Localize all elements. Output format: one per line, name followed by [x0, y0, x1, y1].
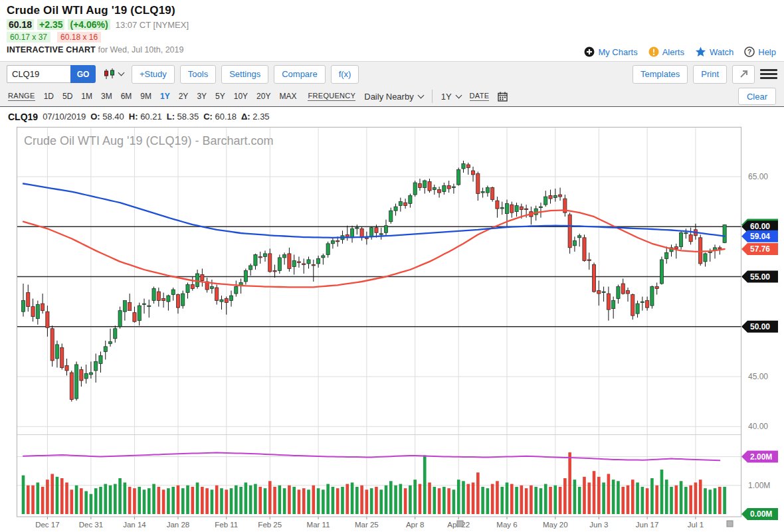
calendar-icon	[498, 92, 508, 102]
expand-chart-button[interactable]	[732, 65, 755, 84]
header-links: My ChartsAlertsWatch?Help	[584, 46, 776, 57]
svg-text:Jun 3: Jun 3	[589, 521, 608, 529]
svg-text:45.00: 45.00	[748, 372, 768, 381]
frequency-label: FREQUENCY	[308, 92, 355, 101]
candlestick-type-icon	[104, 68, 117, 80]
range-item-5y[interactable]: 5Y	[215, 92, 225, 101]
range-item-2y[interactable]: 2Y	[179, 92, 189, 101]
chart-toolbar: GO +StudyToolsSettingsComparef(x) Templa…	[0, 62, 784, 107]
svg-text:Jan 28: Jan 28	[167, 521, 190, 529]
plus-circle-icon	[584, 46, 595, 57]
svg-text:Mar 25: Mar 25	[355, 521, 379, 529]
svg-text:Feb 25: Feb 25	[258, 521, 282, 529]
chart-watermark: Crude Oil WTI Aug '19 (CLQ19) - Barchart…	[24, 134, 274, 147]
interactive-chart[interactable]: Crude Oil WTI Aug '19 (CLQ19) - Barchart…	[0, 126, 784, 531]
templates-button[interactable]: Templates	[633, 65, 688, 84]
toolbar-row-main: GO +StudyToolsSettingsComparef(x) Templa…	[0, 62, 784, 86]
frequency-dropdown[interactable]: Daily Nearby	[364, 92, 423, 102]
symbol-input[interactable]	[7, 65, 70, 83]
quote-row: 60.18 +2.35 (+4.06%) 13:07 CT [NYMEX]	[7, 19, 777, 30]
svg-text:Apr 8: Apr 8	[406, 521, 425, 529]
ask-value: 60.18 x 16	[57, 32, 101, 43]
star-icon	[695, 46, 706, 57]
svg-text:59.04: 59.04	[750, 232, 770, 241]
svg-text:Feb 11: Feb 11	[215, 521, 238, 529]
range-item-1y[interactable]: 1Y	[160, 92, 170, 101]
toolbar-row-range: RANGE 1D5D1M3M6M9M1Y2Y3Y5Y10Y20YMAX FREQ…	[0, 86, 784, 106]
grid-lines	[17, 128, 741, 517]
header-link-alerts[interactable]: Alerts	[648, 46, 684, 57]
range-item-5d[interactable]: 5D	[62, 92, 72, 101]
range-item-1m[interactable]: 1M	[81, 92, 92, 101]
period-value: 1Y	[441, 92, 452, 102]
svg-text:60.00: 60.00	[750, 222, 770, 231]
svg-text:2.00M: 2.00M	[750, 452, 772, 462]
chevron-down-icon	[455, 92, 462, 98]
svg-text:Jul 1: Jul 1	[688, 521, 704, 529]
range-item-1d[interactable]: 1D	[44, 92, 54, 101]
section-label: INTERACTIVE CHART	[7, 45, 96, 54]
go-button[interactable]: GO	[70, 65, 96, 83]
header-link-watch[interactable]: Watch	[695, 46, 734, 57]
svg-text:55.00: 55.00	[750, 272, 770, 282]
quote-header: Crude Oil WTI Aug '19 (CLQ19) 60.18 +2.3…	[0, 0, 784, 62]
frequency-value: Daily Nearby	[364, 92, 413, 102]
price-change-percent: (+4.06%)	[68, 19, 110, 30]
ohlc-date: 07/10/2019	[43, 112, 86, 122]
chart-handle-icon[interactable]	[457, 521, 463, 527]
period-dropdown[interactable]: 1Y	[441, 92, 461, 102]
chart-handle-icon[interactable]	[727, 521, 733, 527]
svg-text:50.00: 50.00	[750, 322, 770, 331]
range-item-6m[interactable]: 6M	[121, 92, 132, 101]
svg-text:1.00M: 1.00M	[748, 481, 770, 490]
calendar-button[interactable]	[498, 92, 508, 102]
f-x-button[interactable]: f(x)	[331, 65, 359, 84]
section-date: for Wed, Jul 10th, 2019	[98, 45, 183, 54]
last-price: 60.18	[7, 19, 34, 30]
svg-text:Dec 31: Dec 31	[79, 521, 103, 529]
header-link-my-charts[interactable]: My Charts	[584, 46, 637, 57]
print-button[interactable]: Print	[693, 65, 727, 84]
chart-border	[17, 128, 741, 517]
study-button[interactable]: +Study	[132, 65, 175, 84]
ohlc-field: O: 58.40	[90, 112, 124, 122]
chevron-down-icon	[118, 70, 125, 76]
ohlc-field: L: 58.35	[167, 112, 199, 122]
svg-text:May 20: May 20	[543, 521, 568, 529]
svg-text:0.00M: 0.00M	[750, 509, 772, 519]
x-axis-labels: Dec 17Dec 31Jan 14Jan 28Feb 11Feb 25Mar …	[35, 517, 704, 529]
bid-value: 60.17 x 37	[7, 32, 50, 43]
svg-text:Mar 11: Mar 11	[307, 521, 330, 529]
ohlc-field: H: 60.21	[129, 112, 162, 122]
settings-button[interactable]: Settings	[221, 65, 268, 84]
question-circle-icon: ?	[744, 46, 755, 57]
svg-text:Jan 14: Jan 14	[123, 521, 146, 529]
price-axis-labels: 65.0045.0040.001.00M60.1860.0055.0050.00…	[741, 172, 778, 520]
range-item-9m[interactable]: 9M	[140, 92, 151, 101]
menu-icon[interactable]	[760, 65, 777, 84]
volume-bars	[22, 452, 726, 514]
compare-button[interactable]: Compare	[274, 65, 325, 84]
range-label: RANGE	[8, 92, 35, 101]
svg-text:57.76: 57.76	[750, 244, 770, 254]
header-link-help[interactable]: ?Help	[744, 46, 776, 57]
price-change: +2.35	[37, 19, 64, 30]
svg-text:?: ?	[747, 48, 751, 56]
ohlc-readout: CLQ19 07/10/2019 O: 58.40H: 60.21L: 58.3…	[0, 107, 784, 126]
range-item-10y[interactable]: 10Y	[234, 92, 248, 101]
range-item-max[interactable]: MAX	[279, 92, 296, 101]
clear-button[interactable]: Clear	[738, 88, 776, 105]
range-item-20y[interactable]: 20Y	[256, 92, 270, 101]
quote-timestamp: 13:07 CT [NYMEX]	[116, 20, 189, 30]
range-item-3y[interactable]: 3Y	[197, 92, 207, 101]
date-label: DATE	[470, 92, 490, 101]
svg-text:65.00: 65.00	[748, 172, 768, 181]
svg-text:40.00: 40.00	[748, 422, 768, 431]
ohlc-field: Δ: 2.35	[241, 112, 270, 122]
range-item-3m[interactable]: 3M	[101, 92, 112, 101]
svg-text:Dec 17: Dec 17	[35, 521, 59, 529]
tools-button[interactable]: Tools	[180, 65, 216, 84]
chart-type-dropdown[interactable]	[101, 67, 126, 81]
bid-ask-row: 60.17 x 37 60.18 x 16	[7, 32, 777, 43]
page-title: Crude Oil WTI Aug '19 (CLQ19)	[7, 4, 777, 17]
